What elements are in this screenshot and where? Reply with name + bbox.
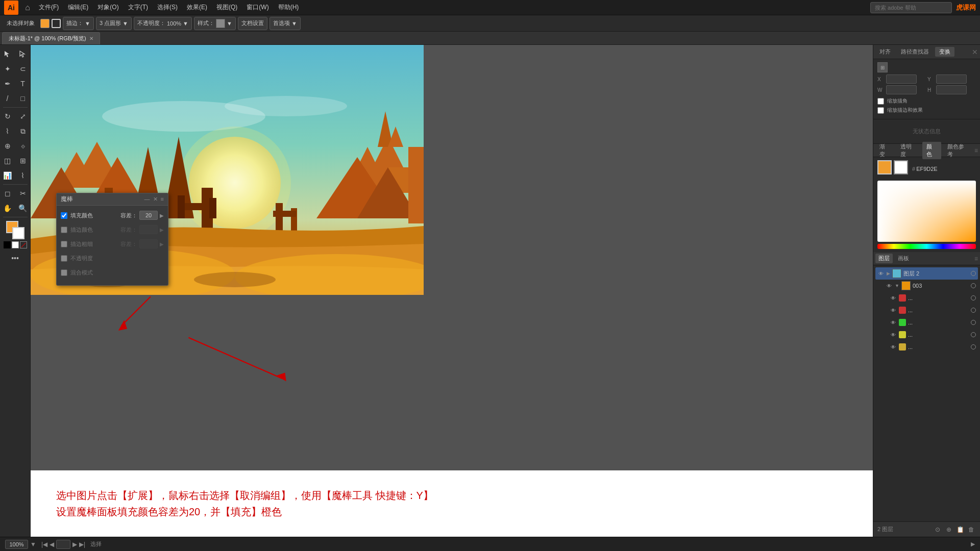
foreground-color-swatch[interactable] bbox=[877, 160, 892, 174]
layer-003-circle[interactable] bbox=[971, 283, 976, 288]
layer-red2-circle[interactable] bbox=[971, 308, 976, 313]
scale-stroke-checkbox[interactable] bbox=[877, 98, 884, 105]
menu-file[interactable]: 文件(F) bbox=[35, 1, 63, 14]
brush-tool[interactable]: ⌇ bbox=[16, 168, 30, 183]
tab-layers[interactable]: 图层 bbox=[875, 254, 893, 263]
tab-align[interactable]: 对齐 bbox=[875, 47, 895, 57]
text-tool[interactable]: T bbox=[16, 77, 30, 91]
blend-mode-checkbox[interactable] bbox=[61, 269, 67, 276]
layer-003-arrow[interactable]: ▼ bbox=[895, 283, 899, 288]
magic-wand-tool[interactable]: ✦ bbox=[1, 62, 15, 76]
layer-red1-circle[interactable] bbox=[971, 295, 976, 300]
tab-pathfinder[interactable]: 路径查找器 bbox=[897, 47, 933, 57]
panel-close[interactable]: ✕ bbox=[153, 196, 158, 203]
layer-item-red1[interactable]: 👁 ... bbox=[888, 292, 978, 304]
x-input[interactable] bbox=[886, 74, 917, 84]
fill-tolerance-input[interactable]: 20 bbox=[139, 211, 158, 220]
zoom-tool[interactable]: 🔍 bbox=[16, 201, 30, 215]
opacity-checkbox[interactable] bbox=[61, 255, 67, 262]
lasso-tool[interactable]: ⊂ bbox=[16, 62, 30, 76]
page-input[interactable]: 1 bbox=[56, 540, 70, 549]
menu-object[interactable]: 对象(O) bbox=[93, 1, 122, 14]
perspective-tool[interactable]: ⟐ bbox=[16, 139, 30, 153]
layer-amber-eye[interactable]: 👁 bbox=[890, 343, 897, 350]
document-tab[interactable]: 未标题-1* @ 100% (RGB/预览) ✕ bbox=[2, 32, 100, 44]
scissors-tool[interactable]: ✂ bbox=[16, 186, 30, 201]
direct-selection-tool[interactable] bbox=[16, 47, 30, 61]
locate-object-icon[interactable]: ⊙ bbox=[933, 525, 942, 534]
stroke-weight-tolerance-input[interactable] bbox=[139, 239, 158, 248]
layer-item-layer2[interactable]: 👁 ▶ 图层 2 bbox=[875, 267, 978, 280]
layers-panel-menu[interactable]: ≡ bbox=[974, 255, 978, 262]
h-input[interactable] bbox=[936, 85, 967, 94]
color-panel-menu[interactable]: ≡ bbox=[974, 147, 978, 154]
color-picker-area[interactable] bbox=[877, 181, 976, 247]
layer-item-red2[interactable]: 👁 ... bbox=[888, 304, 978, 316]
tab-transform[interactable]: 变换 bbox=[935, 47, 954, 57]
next-page-btn[interactable]: ▶ bbox=[72, 541, 77, 548]
preferences-button[interactable]: 首选项 ▼ bbox=[270, 17, 301, 30]
fill-tolerance-arrow[interactable]: ▶ bbox=[160, 213, 164, 218]
menu-help[interactable]: 帮助(H) bbox=[274, 1, 303, 14]
mesh-tool[interactable]: ⊞ bbox=[16, 154, 30, 168]
menu-select[interactable]: 选择(S) bbox=[153, 1, 182, 14]
menu-effect[interactable]: 效果(E) bbox=[183, 1, 211, 14]
tab-color-ref[interactable]: 颜色参考 bbox=[943, 142, 972, 159]
layer-item-003[interactable]: 👁 ▼ 003 bbox=[884, 280, 978, 292]
opacity-field[interactable]: 不透明度： 100% ▼ bbox=[134, 17, 192, 30]
menu-text[interactable]: 文字(T) bbox=[124, 1, 152, 14]
make-sublayer-icon[interactable]: ⊕ bbox=[944, 525, 953, 534]
menu-edit[interactable]: 编辑(E) bbox=[64, 1, 92, 14]
fill-color-swatch[interactable] bbox=[40, 19, 50, 28]
doc-settings-button[interactable]: 文档设置 bbox=[238, 17, 267, 30]
panel-menu[interactable]: ≡ bbox=[161, 196, 164, 203]
layer-red1-eye[interactable]: 👁 bbox=[890, 294, 897, 302]
home-icon[interactable]: ⌂ bbox=[21, 2, 34, 14]
first-page-btn[interactable]: |◀ bbox=[41, 541, 47, 548]
stroke-color-checkbox[interactable] bbox=[61, 227, 67, 233]
style-field[interactable]: 样式： ▼ bbox=[194, 17, 236, 30]
zoom-input[interactable]: 100% bbox=[5, 540, 28, 549]
panel-minimize[interactable]: — bbox=[144, 196, 150, 203]
stroke-weight-tolerance-arrow[interactable]: ▶ bbox=[160, 241, 164, 247]
background-color[interactable] bbox=[12, 227, 24, 239]
tab-color[interactable]: 颜色 bbox=[922, 142, 941, 159]
more-tools[interactable]: ••• bbox=[8, 251, 22, 265]
none-swatch[interactable] bbox=[20, 241, 27, 248]
layer-green-eye[interactable]: 👁 bbox=[890, 319, 897, 326]
shape-builder-tool[interactable]: ⊕ bbox=[1, 139, 15, 153]
menu-view[interactable]: 视图(Q) bbox=[212, 1, 241, 14]
free-transform-tool[interactable]: ⧉ bbox=[16, 124, 30, 138]
layer-yellow-circle[interactable] bbox=[971, 332, 976, 337]
mode-selector[interactable]: 描边： ▼ bbox=[63, 17, 94, 30]
prev-page-btn[interactable]: ◀ bbox=[50, 541, 54, 548]
layer-amber-circle[interactable] bbox=[971, 344, 976, 349]
search-input[interactable] bbox=[870, 2, 952, 13]
selection-tool[interactable] bbox=[1, 47, 15, 61]
chart-tool[interactable]: 📊 bbox=[1, 168, 15, 183]
tab-artboards[interactable]: 画板 bbox=[895, 254, 912, 263]
layer-003-eye[interactable]: 👁 bbox=[886, 282, 893, 289]
color-spectrum[interactable] bbox=[877, 181, 976, 242]
y-input[interactable] bbox=[936, 74, 967, 84]
background-color-swatch[interactable] bbox=[894, 160, 908, 174]
layer-select-circle[interactable] bbox=[971, 271, 976, 276]
stroke-indicator[interactable] bbox=[52, 19, 61, 28]
stroke-tolerance-arrow[interactable]: ▶ bbox=[160, 227, 164, 233]
stroke-weight-checkbox[interactable] bbox=[61, 241, 67, 247]
layer-visibility-eye[interactable]: 👁 bbox=[877, 270, 885, 277]
delete-layer-icon[interactable]: 🗑 bbox=[967, 525, 976, 534]
scale-tool[interactable]: ⤢ bbox=[16, 109, 30, 123]
layer-item-amber[interactable]: 👁 ... bbox=[888, 341, 978, 353]
layer-red2-eye[interactable]: 👁 bbox=[890, 307, 897, 314]
tab-gradient[interactable]: 渐变 bbox=[875, 142, 894, 159]
last-page-btn[interactable]: ▶| bbox=[79, 541, 85, 548]
menu-window[interactable]: 窗口(W) bbox=[242, 1, 273, 14]
layer-item-green[interactable]: 👁 ... bbox=[888, 316, 978, 329]
stroke-tolerance-input[interactable] bbox=[139, 225, 158, 234]
hue-slider[interactable] bbox=[877, 244, 976, 249]
fill-color-checkbox[interactable] bbox=[61, 212, 67, 219]
line-tool[interactable]: / bbox=[1, 91, 15, 106]
tab-close-button[interactable]: ✕ bbox=[89, 36, 93, 41]
magic-wand-panel-header[interactable]: 魔棒 — ✕ ≡ bbox=[57, 193, 168, 206]
